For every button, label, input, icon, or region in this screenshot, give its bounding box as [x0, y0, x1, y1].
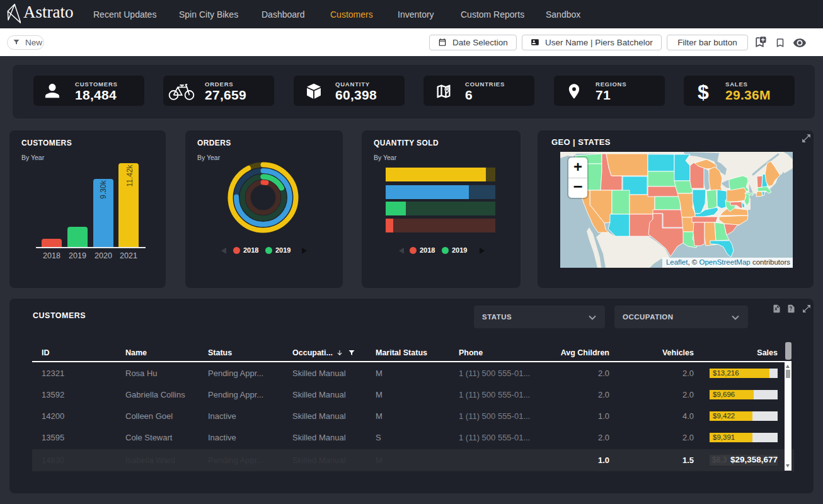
svg-text:$: $: [698, 83, 709, 103]
